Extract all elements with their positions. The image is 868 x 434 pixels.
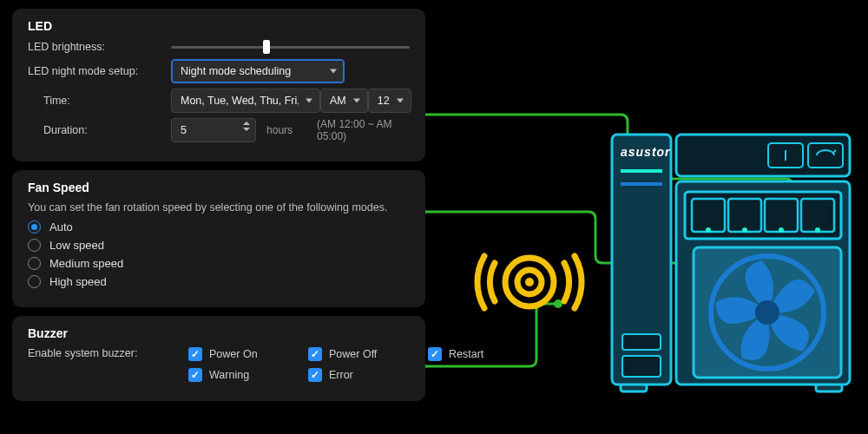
svg-point-5	[554, 299, 562, 308]
buzzer-enable-label: Enable system buzzer:	[28, 347, 188, 359]
duration-stepper[interactable]: 5	[171, 118, 256, 142]
svg-rect-13	[621, 169, 662, 173]
led-title: LED	[28, 19, 410, 33]
duration-unit: hours	[266, 124, 293, 136]
led-night-mode-label: LED night mode setup:	[28, 65, 171, 77]
duration-label: Duration:	[28, 124, 171, 136]
check-label: Error	[329, 369, 353, 381]
svg-point-29	[815, 227, 820, 233]
hour-value: 12	[378, 95, 390, 107]
chevron-down-icon	[330, 69, 337, 74]
fan-title: Fan Speed	[28, 181, 410, 194]
buzzer-check-warning[interactable]: ✓ Warning	[188, 368, 293, 382]
nas-device: asustor	[612, 135, 850, 391]
fan-option-label: Auto	[49, 220, 73, 233]
svg-point-4	[425, 362, 426, 371]
buzzer-check-error[interactable]: ✓ Error	[308, 368, 412, 382]
check-label: Power On	[209, 348, 258, 360]
duration-hint: (AM 12:00 ~ AM 05:00)	[317, 118, 410, 142]
buzzer-title: Buzzer	[28, 326, 410, 340]
fan-desc: You can set the fan rotation speed by se…	[28, 201, 410, 214]
svg-point-2	[425, 207, 426, 216]
buzzer-panel: Buzzer Enable system buzzer: ✓ Power On …	[12, 316, 425, 401]
checkbox-icon: ✓	[188, 368, 202, 382]
chevron-up-icon	[243, 122, 250, 125]
led-panel: LED LED brightness: LED night mode setup…	[12, 9, 425, 161]
days-value: Mon, Tue, Wed, Thu, Fri, Sat, Sun	[181, 95, 299, 107]
buzzer-icon	[477, 256, 582, 308]
chevron-down-icon	[397, 99, 404, 103]
checkbox-icon: ✓	[308, 347, 322, 361]
svg-point-27	[742, 227, 747, 233]
radio-icon	[28, 239, 41, 252]
device-illustration: asustor	[425, 0, 868, 434]
svg-rect-17	[676, 135, 850, 176]
days-select[interactable]: Mon, Tue, Wed, Thu, Fri, Sat, Sun	[171, 89, 320, 113]
slider-thumb[interactable]	[263, 40, 270, 54]
svg-rect-15	[622, 334, 661, 350]
fan-option-label: High speed	[49, 275, 107, 288]
fan-option-low[interactable]: Low speed	[28, 239, 410, 252]
radio-icon	[28, 220, 41, 233]
fan-panel: Fan Speed You can set the fan rotation s…	[12, 170, 425, 307]
svg-point-9	[525, 278, 534, 286]
svg-rect-14	[621, 182, 662, 186]
svg-point-28	[779, 227, 784, 233]
duration-value: 5	[181, 124, 187, 136]
radio-icon	[28, 257, 41, 270]
buzzer-check-power-on[interactable]: ✓ Power On	[188, 347, 293, 361]
svg-point-26	[706, 227, 711, 233]
ampm-value: AM	[330, 95, 346, 107]
night-mode-value: Night mode scheduling	[181, 65, 291, 77]
ampm-select[interactable]: AM	[320, 89, 368, 113]
slider-track	[171, 46, 410, 49]
radio-icon	[28, 275, 41, 288]
fan-option-label: Low speed	[49, 239, 104, 252]
chevron-down-icon	[243, 128, 250, 131]
led-brightness-label: LED brightness:	[28, 41, 171, 53]
check-label: Power Off	[329, 348, 377, 360]
chevron-down-icon	[306, 99, 312, 103]
time-label: Time:	[28, 95, 171, 107]
svg-rect-16	[622, 356, 661, 377]
led-brightness-slider[interactable]	[171, 40, 410, 54]
hour-select[interactable]: 12	[368, 89, 411, 113]
fan-option-auto[interactable]: Auto	[28, 220, 410, 233]
buzzer-check-power-off[interactable]: ✓ Power Off	[308, 347, 412, 361]
brand-text: asustor	[621, 145, 671, 159]
fan-option-medium[interactable]: Medium speed	[28, 257, 410, 270]
check-label: Warning	[209, 369, 249, 381]
checkbox-icon: ✓	[308, 368, 322, 382]
night-mode-select[interactable]: Night mode scheduling	[171, 59, 345, 83]
checkbox-icon: ✓	[188, 347, 202, 361]
fan-option-label: Medium speed	[49, 257, 123, 270]
fan-option-high[interactable]: High speed	[28, 275, 410, 288]
svg-point-32	[755, 300, 779, 325]
chevron-down-icon	[353, 99, 360, 103]
stepper-arrows[interactable]	[243, 122, 250, 131]
